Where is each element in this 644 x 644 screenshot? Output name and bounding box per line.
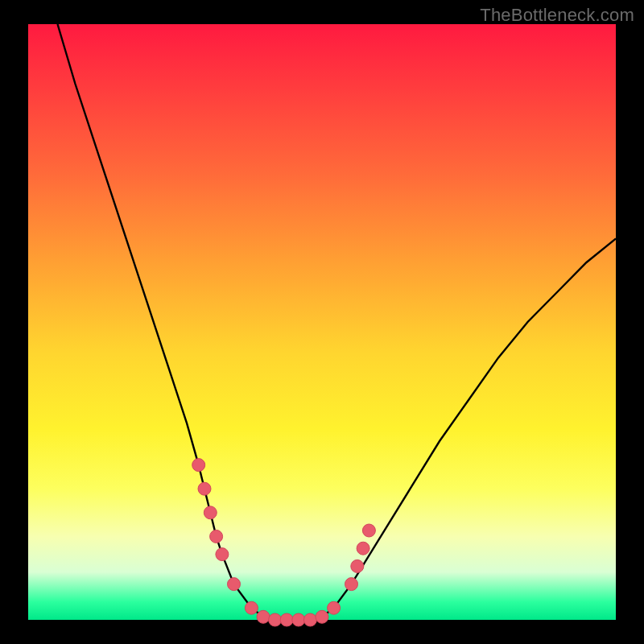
- marker-point: [257, 610, 270, 623]
- marker-point: [303, 613, 316, 626]
- watermark-text: TheBottleneck.com: [480, 5, 634, 26]
- chart-plot-area: [28, 24, 616, 620]
- marker-point: [280, 613, 293, 626]
- marker-point: [328, 601, 341, 614]
- marker-point: [292, 613, 305, 626]
- marker-point: [198, 482, 211, 495]
- marker-point: [316, 610, 328, 623]
- highlight-markers: [192, 459, 376, 626]
- marker-point: [204, 506, 217, 519]
- chart-frame: TheBottleneck.com: [0, 0, 644, 644]
- bottleneck-curve: [58, 24, 617, 620]
- marker-point: [362, 524, 375, 537]
- marker-point: [228, 578, 241, 591]
- marker-point: [192, 459, 205, 472]
- marker-point: [345, 578, 358, 591]
- chart-svg: [28, 24, 616, 620]
- marker-point: [351, 559, 364, 572]
- marker-point: [210, 530, 223, 543]
- marker-point: [245, 601, 258, 614]
- marker-point: [216, 548, 229, 561]
- marker-point: [269, 613, 282, 626]
- marker-point: [357, 542, 369, 555]
